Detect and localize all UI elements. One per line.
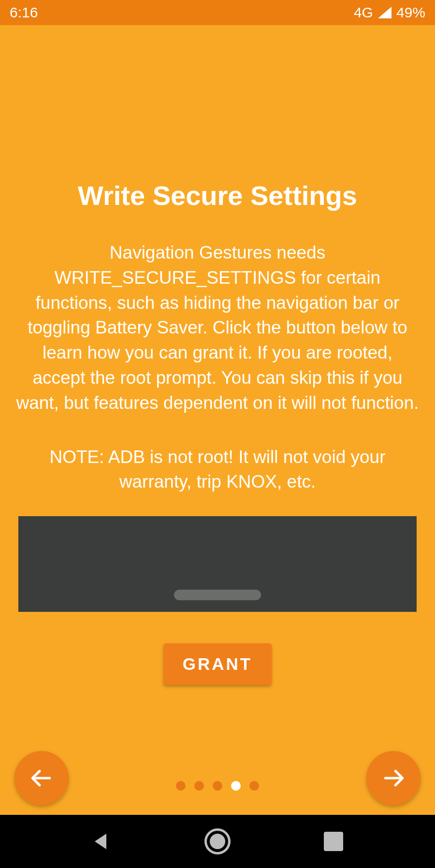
square-recents-icon	[324, 832, 343, 851]
next-fab[interactable]	[366, 751, 420, 805]
onboarding-content: Write Secure Settings Navigation Gesture…	[0, 25, 435, 815]
page-body: Navigation Gestures needs WRITE_SECURE_S…	[0, 240, 435, 416]
page-dot[interactable]	[249, 781, 259, 791]
bottom-controls	[0, 747, 435, 810]
status-right: 4G 49%	[354, 4, 425, 21]
signal-icon	[378, 7, 392, 18]
system-nav-bar	[0, 815, 435, 868]
circle-home-icon	[204, 828, 231, 854]
preview-panel	[18, 516, 417, 612]
system-recents-button[interactable]	[319, 827, 348, 856]
page-dot[interactable]	[213, 781, 222, 791]
system-home-button[interactable]	[203, 827, 232, 856]
network-label: 4G	[354, 4, 373, 21]
battery-percentage: 49%	[396, 4, 425, 21]
system-back-button[interactable]	[87, 827, 116, 856]
page-dot[interactable]	[176, 781, 186, 791]
status-bar: 6:16 4G 49%	[0, 0, 435, 25]
gesture-pill-icon	[174, 590, 261, 600]
page-indicator	[176, 781, 259, 791]
back-fab[interactable]	[14, 751, 69, 805]
status-time: 6:16	[10, 4, 38, 21]
grant-button[interactable]: GRANT	[163, 643, 272, 685]
page-dot[interactable]	[194, 781, 204, 791]
page-dot[interactable]	[231, 781, 241, 791]
triangle-back-icon	[92, 832, 111, 851]
page-title: Write Secure Settings	[0, 180, 435, 211]
arrow-left-icon	[29, 766, 54, 790]
svg-marker-2	[95, 834, 106, 849]
arrow-right-icon	[381, 766, 406, 790]
page-note: NOTE: ADB is not root! It will not void …	[0, 445, 435, 495]
